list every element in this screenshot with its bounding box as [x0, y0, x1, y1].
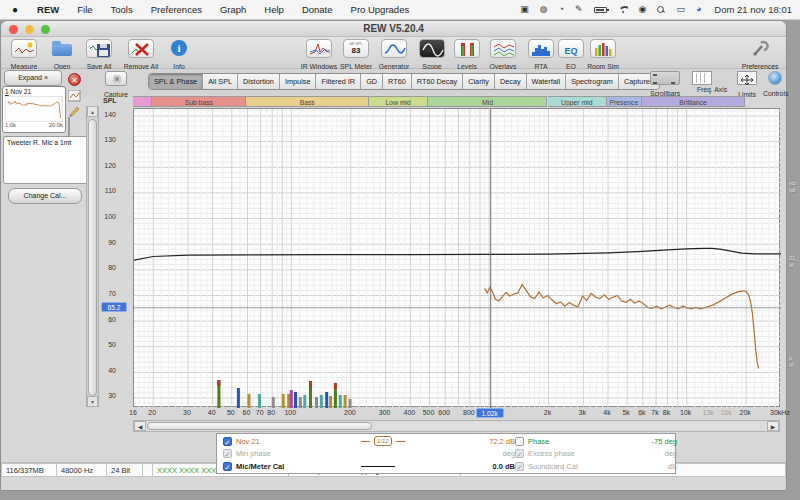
remove-all-button[interactable]: Remove All — [120, 39, 162, 70]
limits-button[interactable]: Limits — [731, 71, 763, 98]
tab-filtered-ir[interactable]: Filtered IR — [316, 74, 361, 89]
traffic-lights — [9, 25, 50, 34]
open-button[interactable]: Open — [41, 39, 83, 70]
measurement-card[interactable]: 1 Nov 21 1.0k 20.0k — [2, 86, 66, 133]
scrollbar-thumb[interactable] — [88, 119, 97, 396]
chart-h-scrollbar[interactable]: ◀ ▶ — [133, 420, 780, 432]
min-phase-toggle[interactable]: ✓Min phase — [223, 449, 361, 458]
mode-bar — [282, 394, 285, 408]
menu-item-preferences[interactable]: Preferences — [142, 4, 211, 15]
soundcard-cal-toggle[interactable]: ✓Soundcard Cal — [515, 462, 627, 471]
measure-button[interactable]: Measure — [3, 39, 45, 70]
tab-decay[interactable]: Decay — [495, 74, 527, 89]
h-scrollbar-thumb[interactable] — [147, 422, 372, 430]
notes-sheet-icon[interactable] — [68, 118, 81, 130]
scrollbars-button[interactable]: Scrollbars — [645, 71, 685, 97]
mode-bar — [303, 395, 306, 408]
y-tick-label: 40 — [86, 367, 116, 374]
menubar-clock[interactable]: Dom 21 nov 18:01 — [712, 4, 792, 15]
menu-item-tools[interactable]: Tools — [102, 4, 142, 15]
ir-windows-icon — [306, 39, 332, 58]
zoom-button[interactable] — [41, 25, 50, 34]
grey-circle-icon[interactable]: ◍ — [540, 5, 548, 14]
controls-button[interactable]: Controls — [763, 71, 787, 97]
mic-cal-toggle[interactable]: ✓Mic/Meter Cal — [223, 462, 361, 471]
display-icon[interactable]: ▭ — [676, 5, 685, 14]
generator-button[interactable]: Generator — [373, 39, 415, 70]
minimize-button[interactable] — [25, 25, 34, 34]
menu-item-pro-upgrades[interactable]: Pro Upgrades — [342, 4, 419, 15]
legend-trace-toggle[interactable]: ✓Nov 21 — [223, 437, 361, 446]
apple-menu-icon[interactable]: ● — [12, 4, 18, 15]
scroll-left-arrow[interactable]: ◀ — [134, 421, 146, 431]
tab-spectrogram[interactable]: Spectrogram — [566, 74, 619, 89]
x-tick-label: 4k — [603, 409, 610, 416]
mode-bar — [294, 392, 297, 408]
checkbox-checked-icon[interactable]: ✓ — [223, 462, 232, 471]
wifi-icon[interactable] — [618, 6, 628, 14]
excess-phase-toggle[interactable]: ✓Excess phase — [515, 449, 627, 458]
save-all-button[interactable]: Save All — [78, 39, 120, 70]
tab-impulse[interactable]: Impulse — [280, 74, 317, 89]
tab-rt60-decay[interactable]: RT60 Decay — [412, 74, 463, 89]
menu-item-donate[interactable]: Donate — [293, 4, 342, 15]
app-switcher-icon[interactable]: ▣ — [520, 5, 529, 14]
freq-axis-button[interactable]: Freq. Axis — [692, 71, 732, 93]
color-wheel-icon[interactable]: ◕ — [696, 5, 701, 14]
tab-gd[interactable]: GD — [361, 74, 383, 89]
battery-icon[interactable] — [594, 7, 607, 13]
smoothing-indicator[interactable]: 1/12 — [361, 436, 443, 446]
spl-meter-button[interactable]: dB SPL83 SPL Meter — [335, 39, 377, 70]
clock-icon[interactable]: ◔ — [559, 5, 564, 14]
overlays-icon — [490, 39, 516, 58]
mode-bar — [320, 395, 323, 408]
search-icon[interactable] — [657, 6, 665, 14]
window-titlebar[interactable]: REW V5.20.4 — [1, 21, 786, 37]
change-cal-button[interactable]: Change Cal... — [8, 188, 82, 204]
info-button[interactable]: i Info — [158, 39, 200, 70]
scrollbars-icon — [650, 71, 680, 85]
preferences-button[interactable]: Preferences — [732, 39, 788, 70]
band-brilliance: Brilliance — [642, 96, 745, 107]
x-tick-label: 10k — [680, 409, 691, 416]
excess-phase-value: deg — [627, 449, 677, 458]
menu-item-rew[interactable]: REW — [28, 4, 68, 15]
close-button[interactable] — [9, 25, 18, 34]
menu-item-help[interactable]: Help — [255, 4, 293, 15]
x-tick-label: 50 — [227, 409, 235, 416]
pencil-icon[interactable]: ✎ — [575, 5, 583, 14]
expand-sidebar-button[interactable]: Expand » — [4, 70, 62, 86]
tab-waterfall[interactable]: Waterfall — [527, 74, 567, 89]
spl-plot-area[interactable] — [133, 108, 780, 407]
x-tick-label: 800 — [463, 409, 475, 416]
scroll-right-arrow[interactable]: ▶ — [767, 421, 779, 431]
band-low-mid: Low mid — [369, 96, 429, 107]
overlays-button[interactable]: Overlays — [482, 39, 524, 70]
tab-spl-phase[interactable]: SPL & Phase — [149, 74, 203, 89]
checkbox-empty-icon[interactable] — [515, 437, 524, 446]
y-tick-label: 120 — [86, 162, 116, 169]
delete-measurement-button[interactable]: ✕ — [68, 73, 81, 86]
user-icon[interactable]: ◉ — [639, 5, 647, 14]
x-tick-label: 20 — [148, 409, 156, 416]
room-sim-button[interactable]: Room Sim — [582, 39, 624, 70]
tab-clarity[interactable]: Clarity — [463, 74, 495, 89]
capture-button[interactable]: Capture — [101, 71, 131, 98]
sidebar-scrollbar[interactable]: ▲ ▼ — [86, 106, 99, 407]
ir-windows-button[interactable]: IR Windows — [298, 39, 340, 70]
tab-rt60[interactable]: RT60 — [383, 74, 412, 89]
checkbox-checked-icon[interactable]: ✓ — [223, 437, 232, 446]
menu-item-graph[interactable]: Graph — [211, 4, 255, 15]
checkbox-disabled-icon: ✓ — [515, 462, 524, 471]
x-tick-label: 20k — [740, 409, 751, 416]
measurement-graph-icon[interactable] — [68, 88, 81, 100]
menu-item-file[interactable]: File — [68, 4, 101, 15]
tab-all-spl[interactable]: All SPL — [203, 74, 238, 89]
tab-distortion[interactable]: Distortion — [238, 74, 280, 89]
edit-pencil-icon[interactable] — [68, 103, 81, 115]
phase-toggle[interactable]: Phase — [515, 437, 627, 446]
eq-icon: EQ — [558, 39, 584, 58]
measurement-notes-field[interactable] — [3, 136, 89, 184]
x-tick-label: 40 — [208, 409, 216, 416]
memory-status: 116/337MB — [1, 463, 57, 477]
